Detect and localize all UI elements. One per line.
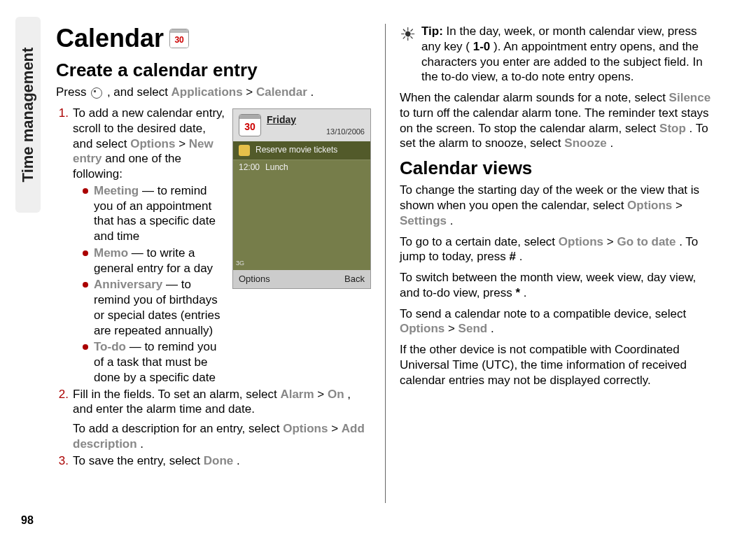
screenshot-dayname: Friday — [267, 114, 365, 127]
send-paragraph: To send a calendar note to a compatible … — [400, 306, 715, 337]
softkey-right: Back — [344, 274, 365, 285]
softkey-left: Options — [239, 274, 270, 285]
note-icon — [239, 145, 250, 156]
menu-options: Options — [627, 199, 672, 212]
menu-settings: Settings — [400, 214, 447, 227]
menu-goto-date: Go to date — [617, 235, 676, 248]
calendar-date-icon: 30 — [239, 114, 261, 136]
menu-send: Send — [458, 322, 488, 335]
title-text: Calendar — [56, 22, 164, 55]
screenshot-header: 30 Friday 13/10/2006 — [233, 109, 370, 141]
calendar-icon: 30 — [169, 29, 189, 48]
left-column: Calendar 30 Create a calendar entry Pres… — [56, 21, 371, 531]
page-number: 98 — [21, 514, 34, 527]
menu-applications: Applications — [172, 85, 243, 99]
signal-indicator: 3G — [236, 260, 244, 268]
menu-options: Options — [559, 235, 603, 248]
tip-block: ☀ Tip: In the day, week, or month calend… — [400, 24, 715, 85]
settings-paragraph: To change the starting day of the week o… — [400, 183, 715, 228]
column-divider — [385, 24, 386, 503]
subheading-calendar-views: Calendar views — [400, 157, 715, 180]
tip-label: Tip: — [421, 24, 443, 38]
phone-screenshot: 30 Friday 13/10/2006 Reserve movie ticke… — [232, 108, 371, 289]
step-1: 1. To add a new calendar entry, scroll t… — [56, 106, 227, 385]
menu-alarm: Alarm — [280, 388, 314, 401]
section-tab: Time management — [15, 17, 41, 213]
manual-page: Time management 98 Calendar 30 Create a … — [0, 0, 756, 545]
section-label: Time management — [19, 48, 37, 183]
press-instruction: Press , and select Applications > Calend… — [56, 85, 371, 100]
step-1-block: 30 Friday 13/10/2006 Reserve movie ticke… — [56, 106, 371, 385]
screenshot-date: 13/10/2006 — [267, 127, 365, 136]
menu-done: Done — [204, 454, 234, 467]
screenshot-entry-2: 12:00 Lunch — [233, 160, 370, 176]
menu-options: Options — [283, 422, 328, 435]
bullet-icon — [83, 282, 88, 288]
screenshot-softkeys: Options Back — [233, 270, 370, 288]
bullet-todo: To-do — to remind you of a task that mus… — [83, 339, 227, 385]
columns: Calendar 30 Create a calendar entry Pres… — [56, 21, 728, 531]
menu-on: On — [328, 388, 344, 401]
bullet-icon — [83, 344, 88, 350]
switch-view-paragraph: To switch between the month view, week v… — [400, 270, 715, 301]
menu-silence: Silence — [669, 91, 711, 104]
bullet-meeting: Meeting — to remind you of an appointmen… — [83, 183, 227, 244]
right-column: ☀ Tip: In the day, week, or month calend… — [400, 21, 715, 531]
alarm-paragraph: When the calendar alarm sounds for a not… — [400, 90, 715, 151]
menu-options: Options — [400, 322, 444, 335]
menu-stop: Stop — [659, 122, 686, 135]
utc-paragraph: If the other device is not compatible wi… — [400, 342, 715, 388]
screenshot-entry-1: Reserve movie tickets — [233, 141, 370, 160]
step-2: 2. Fill in the fields. To set an alarm, … — [56, 387, 371, 452]
menu-key-icon — [91, 87, 102, 99]
step-3: 3. To save the entry, select Done . — [56, 453, 371, 469]
bullet-anniversary: Anniversary — to remind you of birthdays… — [83, 277, 227, 338]
menu-options: Options — [130, 137, 175, 150]
bullet-memo: Memo — to write a general entry for a da… — [83, 246, 227, 276]
menu-calendar: Calendar — [256, 85, 307, 99]
bullet-icon — [83, 188, 88, 194]
bullet-icon — [83, 250, 88, 256]
page-title: Calendar 30 — [56, 22, 371, 55]
lightbulb-icon: ☀ — [400, 25, 416, 85]
menu-snooze: Snooze — [564, 136, 606, 150]
subheading-create-entry: Create a calendar entry — [56, 59, 371, 82]
goto-date-paragraph: To go to a certain date, select Options … — [400, 234, 715, 265]
